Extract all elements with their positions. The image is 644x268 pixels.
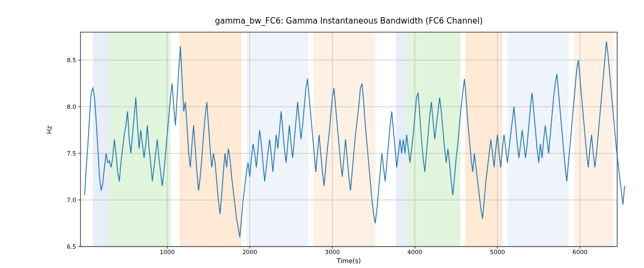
chart-title: gamma_bw_FC6: Gamma Instantaneous Bandwi…	[80, 16, 617, 26]
x-tick-label: 6000	[573, 249, 588, 256]
highlight-band	[396, 32, 407, 247]
x-tick-label: 4000	[407, 249, 422, 256]
highlight-band	[246, 32, 308, 247]
highlight-band	[180, 32, 241, 247]
x-tick-label: 5000	[490, 249, 505, 256]
y-tick-label: 8.5	[67, 57, 77, 64]
y-tick-label: 7.5	[67, 150, 77, 157]
chart-area: 1000200030004000500060006.57.07.58.08.5	[80, 32, 617, 247]
x-tick-label: 2000	[242, 249, 257, 256]
highlight-band	[93, 32, 109, 247]
x-tick-label: 3000	[325, 249, 340, 256]
highlight-band	[313, 32, 375, 247]
y-tick-label: 6.5	[67, 243, 77, 250]
y-tick-label: 8.0	[67, 103, 77, 110]
x-axis-label: Time(s)	[80, 257, 617, 265]
y-axis-label: Hz	[46, 126, 53, 134]
y-tick-label: 7.0	[67, 197, 77, 204]
x-tick-label: 1000	[160, 249, 175, 256]
